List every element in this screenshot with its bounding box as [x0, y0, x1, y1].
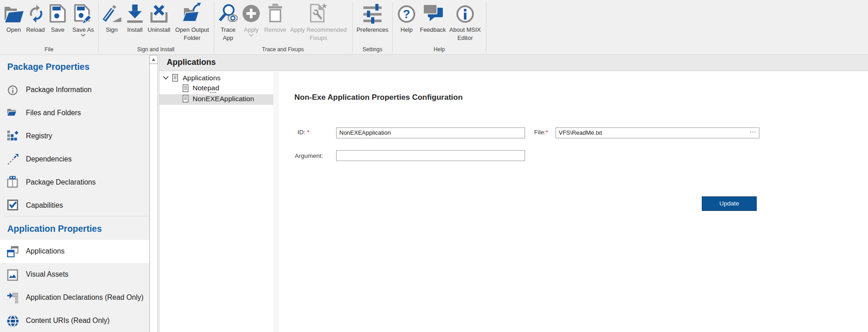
svg-text:?: ? — [403, 7, 410, 21]
